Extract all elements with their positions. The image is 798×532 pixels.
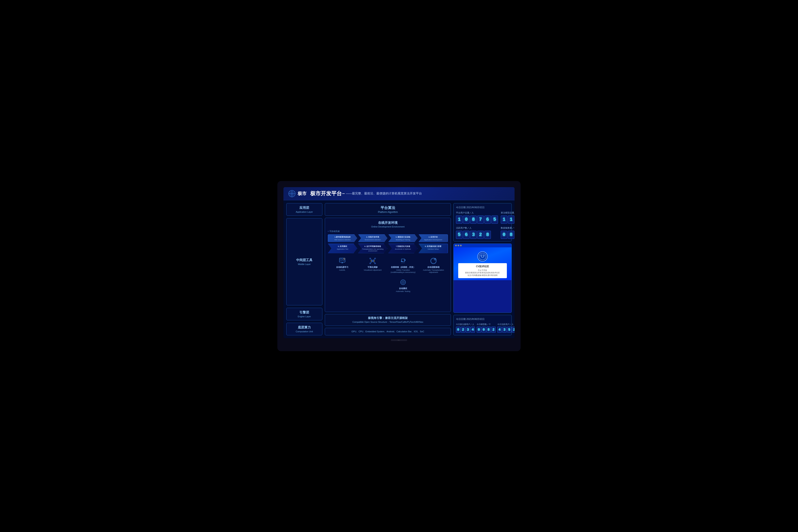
win-dot-2 [458, 245, 459, 246]
svg-point-16 [372, 260, 374, 262]
right-column: 今日日期 2021年06月02日 平台用户总量／人 1 0 8 7 6 [451, 203, 512, 335]
digit-7: 7 [477, 215, 484, 224]
platform-users-digits: 1 0 8 7 6 5 [456, 215, 498, 224]
stats-top-date: 今日日期 2021年06月02日 [456, 206, 509, 209]
digit-1: 1 [456, 215, 462, 224]
transplant-en: Automatic TransplantationAdjustment [420, 269, 447, 274]
step-7: 7.性能优化与加速 Accelerate & Optimize [388, 244, 418, 253]
step-4: 4. 应用开发 Application Development [418, 234, 448, 242]
autotest-en: Automatic Testing [390, 290, 417, 293]
svg-point-29 [431, 258, 436, 264]
engine-layer-zh: 引擎层 [288, 310, 321, 315]
win-dot-3 [460, 245, 462, 246]
svg-point-21 [370, 261, 372, 261]
cv-avatar [477, 251, 488, 262]
cv-panel-body: CV技术社区 不止于开发 更前沿视觉算法开发资讯及成长的技术社区 论文/代码/数… [454, 247, 512, 280]
svg-marker-24 [401, 261, 403, 262]
tm4: 2 [491, 327, 496, 333]
tn1: 0 [456, 327, 460, 333]
step-6: 6. 运行环境兼容移植 Transplantation into operati… [358, 244, 387, 253]
header-subtitle: ——最完整、最前沿、最便捷的计算机视觉算法开发平台 [346, 192, 422, 195]
feature-autotest: 自动测试 Automatic Testing [389, 277, 417, 294]
visual-icon [369, 257, 376, 265]
today-stats-panel: 今日日期 2021年06月02日 今日新注册用户／人 0 2 3 4 [453, 315, 512, 335]
svg-line-34 [436, 258, 436, 259]
app-layer-en: Application Layer [288, 211, 321, 213]
tn4: 4 [471, 327, 475, 333]
steps-row-2: 5. 应用测试 Application Test 6. 运行环境兼容移植 Tra… [328, 244, 448, 253]
digit-8: 8 [470, 215, 477, 224]
online-dev-box: 在线开发环境 Online Development Environment 可自… [325, 218, 451, 312]
digit-5: 5 [491, 215, 498, 224]
cv-community-panel: CV技术社区 不止于开发 更前沿视觉算法开发资讯及成长的技术社区 论文/代码/数… [453, 244, 512, 313]
cursor-icon [342, 193, 345, 194]
today-models-label: 今日模型数／个 [477, 323, 496, 326]
digit-a4: 2 [477, 231, 484, 239]
stand-brand: mi [398, 339, 400, 341]
engine-zh: 极视角引擎：兼容主流开源框架 [328, 316, 448, 320]
cv-card-desc2: 论文/代码/数据集/模型/比赛/求职招聘 [461, 274, 504, 277]
digit-a1: 5 [456, 231, 462, 239]
engine-layer-box: 引擎层 Engine Layer [286, 308, 322, 320]
compute-layer-zh: 底层算力 [288, 325, 321, 330]
digit-a5: 8 [484, 231, 491, 239]
platform-users-group: 平台用户总量／人 1 0 8 7 6 5 [456, 211, 498, 224]
algo-models-label: 算法模型总量／个 [501, 211, 515, 214]
active-users-label: 活跃用户数／人 [456, 226, 498, 229]
middle-layer-zh: 中间层工具 [296, 258, 312, 262]
svg-point-38 [479, 253, 486, 260]
tv-frame: 极市 极市开发平台 ——最完整、最前沿、最便捷的计算机视觉算法开发平台 应用层 … [277, 181, 521, 351]
online-icon [399, 257, 407, 265]
engine-en: Compatible Open Source Structure：TensorF… [328, 321, 448, 324]
step-1: 1.硬件配置资源选择 HW resource selection [328, 234, 357, 242]
svg-point-19 [369, 263, 371, 264]
today-models: 今日模型数／个 0 0 8 2 [477, 323, 496, 333]
header-title: 极市开发平台 [310, 190, 342, 197]
stand-bar: mi [391, 339, 407, 341]
today-new-label: 今日新注册用户／人 [456, 323, 475, 326]
middle-layer-box: 中间层工具 Middle Layer [286, 218, 322, 305]
feature-empty-1 [328, 277, 357, 294]
compute-layer-en: Computation Unit [288, 330, 321, 333]
digit-d2: 8 [508, 231, 514, 239]
app-layer-zh: 应用层 [288, 206, 321, 210]
today-new-users: 今日新注册用户／人 0 2 3 4 [456, 323, 475, 333]
middle-layer-en: Middle Layer [298, 263, 311, 265]
digit-a2: 6 [463, 231, 470, 239]
online-en: Online Transition(multithreading & concu… [390, 269, 417, 274]
ta3: 5 [507, 327, 512, 333]
online-dev-en: Online Development Environment [328, 225, 448, 228]
step-5: 5. 应用测试 Application Test [328, 244, 357, 253]
feature-empty-2 [358, 277, 387, 294]
digit-a3: 3 [470, 231, 477, 239]
automl-zh: 自动机器学习 [329, 266, 356, 269]
platform-users-label: 平台用户总量／人 [456, 211, 498, 214]
today-active: 今日活跃用户／人 4 3 5 2 [497, 323, 515, 333]
digit-0: 0 [463, 215, 470, 224]
tm2: 0 [481, 327, 486, 333]
tn2: 2 [461, 327, 465, 333]
digit-6: 6 [484, 215, 491, 224]
ta1: 4 [497, 327, 502, 333]
screen: 极市 极市开发平台 ——最完整、最前沿、最便捷的计算机视觉算法开发平台 应用层 … [283, 187, 515, 338]
tm1: 0 [477, 327, 481, 333]
online-dev-zh: 在线开发环境 [328, 221, 448, 225]
today-grid: 今日新注册用户／人 0 2 3 4 今日模型数／个 0 [456, 323, 509, 333]
cv-card-desc1: 更前沿视觉算法开发资讯及成长的技术社区 [461, 271, 504, 274]
features-grid: 自动机器学习 AutoML [328, 256, 448, 294]
online-zh: 在线转移（多线程，并发） [390, 266, 417, 269]
today-models-digits: 0 0 8 2 [477, 327, 496, 333]
app-layer-box: 应用层 Application Layer [286, 203, 322, 216]
feature-automl: 自动机器学习 AutoML [328, 256, 357, 275]
logo-area: 极市 [288, 190, 307, 197]
digit-m2: 1 [508, 215, 514, 224]
datasets-digits: 0 8 5 2 [501, 231, 515, 239]
feature-online: 在线转移（多线程，并发） Online Transition(multithre… [389, 256, 417, 275]
feature-transplant: 自动适配移植 Automatic TransplantationAdjustme… [419, 256, 448, 275]
header-logo-text: 极市 [298, 191, 307, 197]
today-active-digits: 4 3 5 2 [497, 327, 515, 333]
automl-icon [339, 257, 346, 265]
middle-column: 平台算法 Platform Algorithm 在线开发环境 Online De… [325, 203, 451, 335]
stats-top-panel: 今日日期 2021年06月02日 平台用户总量／人 1 0 8 7 6 [453, 203, 512, 242]
left-column: 应用层 Application Layer 中间层工具 Middle Layer… [286, 203, 325, 335]
